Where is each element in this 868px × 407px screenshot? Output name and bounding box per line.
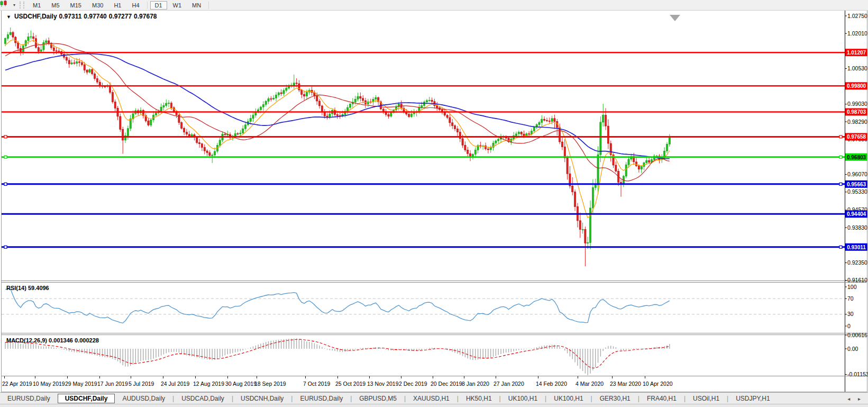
macd-pane bbox=[5, 338, 670, 375]
candle-body bbox=[666, 144, 668, 151]
candle-body bbox=[155, 113, 157, 115]
candle-body bbox=[260, 107, 261, 110]
timeframe-button-m5[interactable]: M5 bbox=[47, 1, 64, 10]
candle-body bbox=[250, 119, 251, 122]
chart-tab-eurusd-daily[interactable]: EURUSD,Daily bbox=[0, 394, 58, 403]
line-handle[interactable] bbox=[4, 156, 7, 158]
tab-scroll-arrows[interactable]: ◂ ▸ bbox=[847, 396, 864, 402]
chart-shift-icon[interactable] bbox=[670, 15, 680, 21]
candle-body bbox=[237, 134, 239, 134]
timeframe-button-m15[interactable]: M15 bbox=[66, 1, 86, 10]
candlestick-chart-icon[interactable] bbox=[2, 1, 11, 9]
date-axis-label: 4 Mar 2020 bbox=[575, 381, 604, 387]
toolbar-grip[interactable] bbox=[20, 2, 24, 8]
date-axis-label: 18 Sep 2019 bbox=[254, 381, 286, 387]
price-axis-label: 0.96070 bbox=[847, 171, 867, 177]
candle-body bbox=[635, 162, 637, 166]
price-axis-label: 1.02010 bbox=[847, 30, 867, 37]
candle-body bbox=[413, 112, 415, 114]
symbol-label: USDCHF,Daily bbox=[14, 13, 57, 20]
candle-body bbox=[181, 123, 182, 129]
candle-body bbox=[464, 145, 466, 150]
candle-body bbox=[273, 98, 275, 99]
timeframe-button-w1[interactable]: W1 bbox=[168, 1, 187, 10]
line-price-badge-text: 1.01207 bbox=[847, 50, 866, 56]
line-handle[interactable] bbox=[839, 183, 842, 185]
chart-tab-hk50-h1[interactable]: HK50,H1 bbox=[459, 394, 499, 403]
candle-body bbox=[551, 119, 553, 122]
candle-body bbox=[148, 121, 149, 125]
price-axis-label: 1.02750 bbox=[847, 13, 867, 19]
close-value: 0.97678 bbox=[134, 13, 157, 20]
candle-body bbox=[150, 120, 152, 125]
candle-body bbox=[99, 82, 100, 86]
candle-body bbox=[467, 150, 469, 153]
date-axis-label: 20 Dec 2019 bbox=[431, 381, 462, 387]
line-handle[interactable] bbox=[4, 135, 7, 138]
timeframe-button-h1[interactable]: H1 bbox=[109, 1, 126, 10]
candle-body bbox=[316, 96, 318, 101]
candle-body bbox=[198, 142, 200, 143]
candle-body bbox=[584, 229, 586, 243]
line-handle[interactable] bbox=[839, 135, 842, 138]
candle-body bbox=[280, 93, 282, 94]
date-axis-label: 17 Jun 2019 bbox=[97, 381, 128, 387]
timeframe-button-m30[interactable]: M30 bbox=[87, 1, 108, 10]
line-handle[interactable] bbox=[4, 246, 7, 248]
candle-body bbox=[426, 101, 427, 102]
candle-body bbox=[360, 96, 361, 98]
candle-body bbox=[462, 139, 463, 145]
chart-tab-uk100-h1[interactable]: UK100,H1 bbox=[501, 394, 545, 403]
macd-axis-label: -0.011531 bbox=[847, 371, 868, 377]
date-axis-label: 29 May 2019 bbox=[65, 381, 97, 387]
timeframe-button-m1[interactable]: M1 bbox=[28, 1, 45, 10]
chart-canvas: 1.027501.020101.005300.990300.982900.975… bbox=[0, 0, 868, 407]
date-axis-label: 23 Mar 2020 bbox=[610, 381, 641, 387]
date-axis-label: 10 May 2019 bbox=[33, 381, 65, 387]
candle-body bbox=[572, 186, 573, 192]
chart-tab-usdcnh-daily[interactable]: USDCNH,Daily bbox=[233, 394, 291, 403]
line-handle[interactable] bbox=[4, 183, 7, 185]
candle-body bbox=[349, 104, 351, 107]
macd-values: 0.001346 0.000228 bbox=[49, 337, 99, 343]
chart-tab-ger30-h1[interactable]: GER30,H1 bbox=[592, 394, 638, 403]
candle-body bbox=[7, 35, 8, 39]
chart-tab-fra40-h1[interactable]: FRA40,H1 bbox=[639, 394, 684, 403]
chart-tab-xauusd-h1[interactable]: XAUUSD,H1 bbox=[406, 394, 457, 403]
chart-tab-uk100-h1[interactable]: UK100,H1 bbox=[546, 394, 590, 403]
candle-body bbox=[329, 114, 331, 116]
chart-tab-eurusd-daily[interactable]: EURUSD,Daily bbox=[293, 394, 350, 403]
candle-body bbox=[184, 128, 185, 132]
candle-body bbox=[490, 147, 491, 149]
timeframe-button-mn[interactable]: MN bbox=[187, 1, 206, 10]
candle-body bbox=[206, 151, 208, 152]
price-pane bbox=[4, 28, 670, 266]
chart-tab-usoil-h1[interactable]: USOil,H1 bbox=[686, 394, 727, 403]
chevron-down-icon[interactable]: ▾ bbox=[11, 3, 17, 7]
candle-body bbox=[318, 101, 320, 106]
date-axis-label: 7 Oct 2019 bbox=[303, 381, 331, 387]
candle-body bbox=[209, 152, 211, 155]
chart-tab-gbpusd-m5[interactable]: GBPUSD,M5 bbox=[352, 394, 404, 403]
line-price-badge-text: 0.99800 bbox=[847, 83, 866, 89]
line-handle[interactable] bbox=[839, 156, 842, 158]
chart-tab-usdchf-daily[interactable]: USDCHF,Daily bbox=[58, 394, 115, 403]
candle-body bbox=[536, 124, 537, 126]
timeframe-button-d1[interactable]: D1 bbox=[150, 1, 167, 10]
candle-body bbox=[449, 117, 451, 123]
candle-body bbox=[528, 134, 530, 134]
candle-body bbox=[252, 115, 254, 119]
chart-tab-usdjpy-h1[interactable]: USDJPY,H1 bbox=[728, 394, 777, 403]
chart-symbol-title: ▼USDCHF,Daily0.973110.977400.972770.9767… bbox=[6, 13, 159, 20]
candle-body bbox=[201, 144, 203, 148]
line-handle[interactable] bbox=[839, 246, 842, 248]
timeframe-button-h4[interactable]: H4 bbox=[127, 1, 144, 10]
candle-body bbox=[35, 39, 36, 48]
line-price-badge-text: 0.93011 bbox=[847, 245, 866, 250]
collapse-triangle-icon[interactable]: ▼ bbox=[6, 14, 11, 20]
candle-body bbox=[595, 185, 596, 187]
candle-body bbox=[306, 92, 307, 96]
chart-tab-usdcad-daily[interactable]: USDCAD,Daily bbox=[174, 394, 232, 403]
chart-tab-audusd-daily[interactable]: AUDUSD,Daily bbox=[115, 394, 172, 403]
candle-body bbox=[114, 102, 116, 108]
